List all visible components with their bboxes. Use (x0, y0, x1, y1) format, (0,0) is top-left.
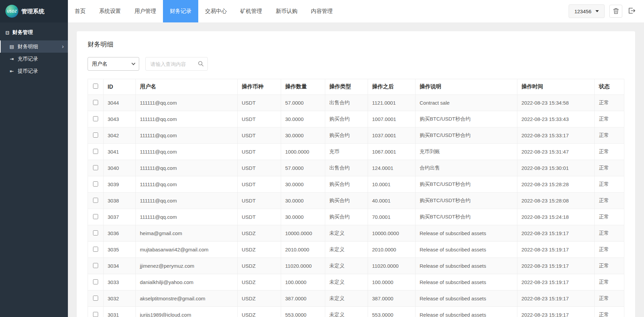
checkbox-cell (88, 193, 104, 209)
table-cell: USDZ (238, 242, 281, 258)
row-checkbox[interactable] (93, 198, 98, 203)
table-cell: 3038 (104, 193, 136, 209)
sidebar-section-finance[interactable]: ⊟ 财务管理 (0, 22, 68, 40)
table-cell: 111111@qq.com (136, 160, 238, 176)
row-checkbox[interactable] (93, 279, 98, 284)
logout-button[interactable] (627, 5, 637, 18)
row-checkbox[interactable] (93, 214, 98, 219)
row-checkbox[interactable] (93, 247, 98, 252)
select-all-checkbox[interactable] (93, 84, 98, 89)
sidebar-menu: ▤财务明细›⇥充币记录⇤提币记录 (0, 40, 68, 77)
column-header: 操作时间 (517, 79, 595, 95)
table-cell: 购买合约 (325, 176, 368, 193)
nav-tab-new-coin-subscription[interactable]: 新币认购 (269, 0, 304, 22)
table-cell: 未定义 (325, 242, 368, 258)
column-header: 操作之后 (368, 79, 416, 95)
row-checkbox[interactable] (93, 312, 98, 317)
table-cell: USDZ (238, 274, 281, 290)
nav-tab-user-management[interactable]: 用户管理 (128, 0, 163, 22)
table-cell: Release of subscribed assets (416, 258, 517, 274)
table-cell: 3044 (104, 95, 136, 111)
table-row: 3038111111@qq.comUSDT30.0000购买合约40.0001购… (88, 193, 624, 209)
table-cell: 正常 (595, 95, 624, 111)
table-cell: danialkhilji@yahoo.com (136, 274, 238, 290)
table-cell: USDT (238, 209, 281, 225)
filter-select[interactable]: 用户名 (88, 57, 139, 71)
checkbox-cell (88, 160, 104, 176)
table-cell: 3042 (104, 127, 136, 144)
row-checkbox[interactable] (93, 230, 98, 235)
table-cell: Release of subscribed assets (416, 290, 517, 307)
table-cell: 正常 (595, 111, 624, 127)
table-cell: 30.0000 (281, 209, 325, 225)
sidebar-item-finance-detail[interactable]: ▤财务明细› (0, 40, 68, 53)
row-checkbox[interactable] (93, 263, 98, 268)
trash-button[interactable] (609, 5, 622, 18)
table-cell: 111111@qq.com (136, 193, 238, 209)
table-cell: 购买BTC/USDT秒合约 (416, 176, 517, 193)
table-cell: 1067.0001 (368, 144, 416, 160)
table-cell: 购买合约 (325, 127, 368, 144)
table-cell: 正常 (595, 209, 624, 225)
sidebar-item-withdraw-records[interactable]: ⇤提币记录 (0, 65, 68, 77)
table-cell: 1000.0000 (281, 144, 325, 160)
checkbox-cell (88, 111, 104, 127)
column-header: 操作类型 (325, 79, 368, 95)
table-cell: 正常 (595, 290, 624, 307)
table-body: 3044111111@qq.comUSDT57.0000出售合约1121.000… (88, 95, 624, 317)
column-header: ID (104, 79, 136, 95)
table-cell: 111111@qq.com (136, 111, 238, 127)
table-cell: 正常 (595, 225, 624, 242)
table-cell: USDT (238, 160, 281, 176)
table-cell: 购买合约 (325, 209, 368, 225)
table-cell: USDZ (238, 258, 281, 274)
table-cell: 111111@qq.com (136, 209, 238, 225)
table-cell: 2022-08-23 15:19:17 (517, 274, 595, 290)
checkbox-cell (88, 274, 104, 290)
nav-tab-content-management[interactable]: 内容管理 (304, 0, 339, 22)
nav-tab-miner-management[interactable]: 矿机管理 (234, 0, 269, 22)
column-header: 操作数量 (281, 79, 325, 95)
table-cell: 正常 (595, 274, 624, 290)
table-cell: 111111@qq.com (136, 127, 238, 144)
checkbox-cell (88, 242, 104, 258)
checkbox-cell (88, 95, 104, 111)
deposit-icon: ⇥ (9, 56, 15, 61)
table-cell: heima@gmail.com (136, 225, 238, 242)
filter-select-value: 用户名 (92, 61, 107, 67)
row-checkbox[interactable] (93, 296, 98, 301)
table-cell: 正常 (595, 242, 624, 258)
table-cell: 30.0000 (281, 193, 325, 209)
row-checkbox[interactable] (93, 133, 98, 138)
sidebar-item-label: 充币记录 (18, 56, 38, 62)
table-cell: 2022-08-23 15:30:01 (517, 160, 595, 176)
table-row: 3039111111@qq.comUSDT30.0000购买合约10.0001购… (88, 176, 624, 193)
table-cell: USDZ (238, 307, 281, 317)
table-row: 3040111111@qq.comUSDT57.0000出售合约124.0001… (88, 160, 624, 176)
row-checkbox[interactable] (93, 116, 98, 121)
row-checkbox[interactable] (93, 165, 98, 170)
table-cell: 30.0000 (281, 176, 325, 193)
row-checkbox[interactable] (93, 181, 98, 187)
table-cell: USDT (238, 127, 281, 144)
table-cell: 购买合约 (325, 193, 368, 209)
nav-tab-finance-records[interactable]: 财务记录 (163, 0, 198, 22)
table-cell: 购买BTC/USDT秒合约 (416, 127, 517, 144)
table-cell: USDT (238, 176, 281, 193)
table-row: 3032akselptitmonstre@gmail.comUSDZ387.00… (88, 290, 624, 307)
table-cell: 11020.0000 (368, 258, 416, 274)
nav-tab-trade-center[interactable]: 交易中心 (198, 0, 234, 22)
sidebar-item-deposit-records[interactable]: ⇥充币记录 (0, 53, 68, 65)
row-checkbox[interactable] (93, 100, 98, 105)
table-cell: USDT (238, 95, 281, 111)
nav-tab-home[interactable]: 首页 (68, 0, 92, 22)
column-header: 操作币种 (238, 79, 281, 95)
row-checkbox[interactable] (93, 149, 98, 154)
table-cell: 387.0000 (368, 290, 416, 307)
user-dropdown[interactable]: 123456 (569, 4, 605, 18)
nav-tab-system-settings[interactable]: 系统设置 (92, 0, 128, 22)
table-cell: akselptitmonstre@gmail.com (136, 290, 238, 307)
search-icon (198, 61, 204, 68)
table-cell: 3040 (104, 160, 136, 176)
table-cell: 未定义 (325, 274, 368, 290)
